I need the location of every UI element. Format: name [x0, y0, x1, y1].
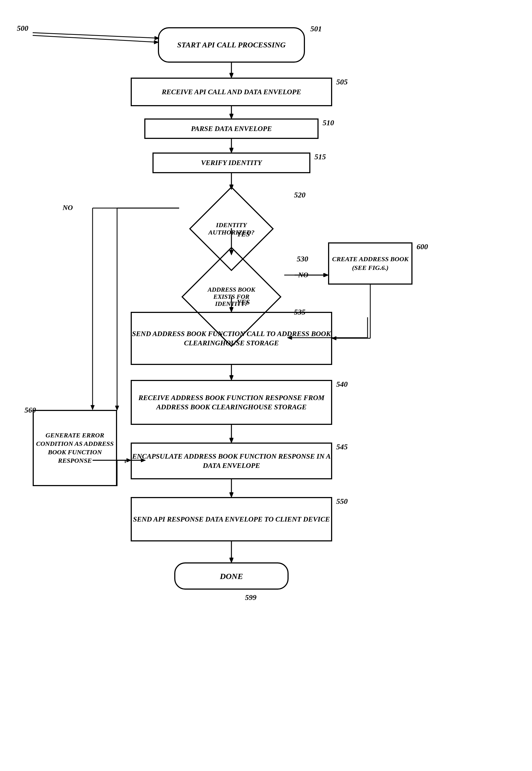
done-label: DONE [220, 571, 243, 581]
svg-marker-19 [230, 558, 233, 562]
label-550: 550 [336, 497, 348, 506]
parse-label: PARSE DATA ENVELOPE [191, 124, 272, 133]
create-ab-node: CREATE ADDRESS BOOK (SEE FIG.6.) [328, 242, 412, 285]
generate-error-label: GENERATE ERROR CONDITION AS ADDRESS BOOK… [34, 431, 116, 465]
receive-ab-node: RECEIVE ADDRESS BOOK FUNCTION RESPONSE F… [131, 380, 332, 425]
send-ab-node: SEND ADDRESS BOOK FUNCTION CALL TO ADDRE… [131, 312, 332, 365]
identity-auth-label: IDENTITY AUTHORIZED? [204, 221, 259, 236]
label-530: 530 [297, 255, 308, 263]
svg-line-35 [33, 35, 157, 42]
svg-marker-1 [230, 73, 233, 78]
no2-label: NO [298, 271, 308, 279]
svg-marker-64 [332, 336, 336, 340]
label-545: 545 [336, 443, 348, 451]
verify-node: VERIFY IDENTITY [152, 153, 310, 173]
label-515: 515 [314, 153, 326, 161]
label-540: 540 [336, 380, 348, 389]
svg-marker-17 [230, 492, 233, 497]
diagram: 500 [0, 0, 532, 771]
verify-label: VERIFY IDENTITY [201, 158, 262, 167]
send-ab-label: SEND ADDRESS BOOK FUNCTION CALL TO ADDRE… [132, 329, 331, 348]
label-501: 501 [310, 25, 322, 33]
svg-marker-24 [323, 273, 328, 277]
generate-error-node: GENERATE ERROR CONDITION AS ADDRESS BOOK… [33, 410, 117, 486]
receive-label: RECEIVE API CALL AND DATA ENVELOPE [162, 87, 301, 97]
label-560: 560 [25, 406, 36, 415]
svg-marker-3 [230, 114, 233, 118]
svg-line-33 [33, 33, 158, 38]
svg-marker-22 [91, 405, 94, 410]
ab-exists-label: ADDRESS BOOK EXISTS FOR IDENTITY? [200, 286, 263, 307]
start-label: START API CALL PROCESSING [177, 40, 286, 50]
label-599: 599 [245, 593, 256, 602]
label-520: 520 [294, 191, 305, 199]
label-500: 500 [17, 24, 28, 33]
label-600: 600 [417, 242, 428, 251]
svg-marker-15 [230, 438, 233, 443]
receive-ab-label: RECEIVE ADDRESS BOOK FUNCTION RESPONSE F… [132, 393, 331, 412]
receive-node: RECEIVE API CALL AND DATA ENVELOPE [131, 78, 332, 106]
svg-marker-5 [230, 148, 233, 153]
encapsulate-node: ENCAPSULATE ADDRESS BOOK FUNCTION RESPON… [131, 443, 332, 479]
label-505: 505 [336, 78, 348, 86]
create-ab-label: CREATE ADDRESS BOOK (SEE FIG.6.) [329, 255, 411, 272]
svg-marker-13 [230, 375, 233, 380]
done-node: DONE [174, 562, 289, 590]
send-api-node: SEND API RESPONSE DATA ENVELOPE TO CLIEN… [131, 497, 332, 541]
no1-label: NO [63, 204, 73, 212]
label-510: 510 [323, 118, 334, 127]
start-node: START API CALL PROCESSING [158, 27, 305, 63]
encapsulate-label: ENCAPSULATE ADDRESS BOOK FUNCTION RESPON… [132, 452, 331, 470]
parse-node: PARSE DATA ENVELOPE [144, 118, 319, 139]
send-api-label: SEND API RESPONSE DATA ENVELOPE TO CLIEN… [133, 515, 330, 524]
